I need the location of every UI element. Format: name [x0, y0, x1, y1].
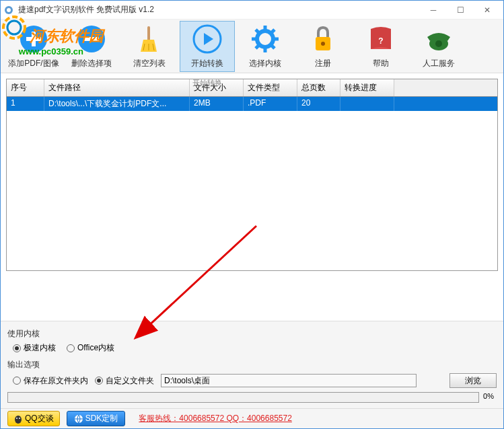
lock-icon — [307, 23, 339, 55]
cell-progress — [340, 97, 394, 111]
maximize-button[interactable]: ☐ — [447, 1, 474, 19]
start-convert-button[interactable]: 开始转换 开始转换 — [180, 21, 235, 72]
kernel-radio-group: 极速内核 Office内核 — [13, 342, 497, 354]
svg-point-27 — [435, 40, 442, 47]
delete-button[interactable]: 删除选择项 — [64, 21, 119, 72]
svg-line-21 — [256, 45, 259, 48]
output-path-input[interactable] — [161, 374, 417, 387]
app-icon — [3, 5, 14, 15]
svg-line-20 — [271, 45, 275, 48]
titlebar: 捷速pdf文字识别软件 免费试用版 v1.2 ─ ☐ ✕ — [1, 1, 503, 20]
svg-text:?: ? — [378, 36, 383, 46]
progress-bar — [7, 392, 479, 403]
sdk-button[interactable]: SDK定制 — [67, 411, 126, 426]
radio-keep-folder[interactable]: 保存在原文件夹内 — [13, 375, 88, 387]
radio-icon — [13, 377, 21, 385]
add-icon — [17, 23, 50, 55]
register-button[interactable]: 注册 — [295, 21, 351, 72]
radio-icon — [13, 344, 21, 352]
svg-line-19 — [256, 30, 259, 33]
col-path[interactable]: 文件路径 — [44, 79, 190, 96]
browse-button[interactable]: 浏览 — [449, 373, 497, 388]
qq-chat-button[interactable]: QQ交谈 — [7, 411, 60, 426]
radio-icon — [95, 377, 103, 385]
help-button[interactable]: ? 帮助 — [353, 21, 408, 72]
svg-point-30 — [16, 418, 17, 419]
footer: QQ交谈 SDK定制 客服热线：4006685572 QQ：4006685572 — [1, 408, 503, 428]
svg-point-14 — [257, 31, 273, 47]
broom-icon — [133, 23, 166, 55]
radio-office-kernel[interactable]: Office内核 — [67, 342, 114, 354]
table-header: 序号 文件路径 文件大小 文件类型 总页数 转换进度 — [7, 79, 497, 97]
phone-icon — [423, 23, 455, 55]
hotline-text[interactable]: 客服热线：4006685572 QQ：4006685572 — [139, 413, 291, 424]
service-button[interactable]: 人工服务 — [411, 21, 466, 72]
svg-rect-8 — [84, 37, 99, 41]
col-progress[interactable]: 转换进度 — [340, 79, 394, 96]
toolbar: 添加PDF/图像 删除选择项 清空列表 开始转换 开始转换 选择内核 注册 ? … — [1, 20, 503, 73]
file-table: 序号 文件路径 文件大小 文件类型 总页数 转换进度 1 D:\tools\..… — [6, 79, 498, 271]
svg-point-1 — [7, 8, 11, 12]
cell-pages: 20 — [297, 97, 340, 111]
kernel-label: 使用内核 — [7, 328, 497, 340]
svg-rect-9 — [147, 26, 150, 41]
svg-point-24 — [321, 42, 325, 46]
cell-seq: 1 — [7, 97, 44, 111]
progress-percent: 0% — [483, 392, 494, 400]
add-file-button[interactable]: 添加PDF/图像 — [6, 21, 61, 72]
svg-line-22 — [271, 30, 275, 33]
col-pages[interactable]: 总页数 — [297, 79, 340, 96]
minimize-button[interactable]: ─ — [420, 1, 447, 19]
cell-size: 2MB — [190, 97, 244, 111]
select-core-button[interactable]: 选择内核 — [238, 21, 293, 72]
svg-rect-6 — [26, 37, 41, 41]
qq-icon — [13, 414, 23, 424]
col-seq[interactable]: 序号 — [7, 79, 44, 96]
gear-icon — [249, 23, 281, 55]
play-icon — [191, 23, 223, 55]
cell-type: .PDF — [244, 97, 297, 111]
radio-icon — [67, 344, 75, 352]
window-title: 捷速pdf文字识别软件 免费试用版 v1.2 — [18, 4, 420, 15]
radio-custom-folder[interactable]: 自定义文件夹 — [95, 375, 154, 387]
output-label: 输出选项 — [7, 359, 497, 370]
help-icon: ? — [365, 23, 397, 55]
cell-path: D:\tools\...\下载奖金计划PDF文... — [44, 97, 190, 111]
delete-icon — [75, 23, 108, 55]
svg-point-29 — [15, 416, 22, 424]
bottom-panel: 使用内核 极速内核 Office内核 输出选项 保存在原文件夹内 自定义文件夹 … — [1, 321, 503, 408]
col-type[interactable]: 文件类型 — [244, 79, 297, 96]
clear-button[interactable]: 清空列表 — [122, 21, 177, 72]
radio-fast-kernel[interactable]: 极速内核 — [13, 342, 56, 354]
table-row[interactable]: 1 D:\tools\...\下载奖金计划PDF文... 2MB .PDF 20 — [7, 97, 497, 111]
globe-icon — [74, 414, 83, 424]
close-button[interactable]: ✕ — [474, 1, 501, 19]
svg-point-31 — [19, 418, 20, 419]
